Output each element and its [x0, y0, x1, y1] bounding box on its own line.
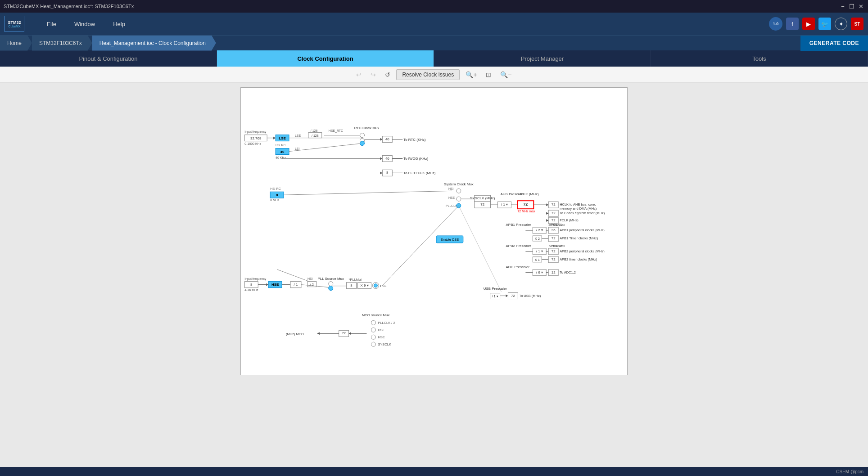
- toolbar: ↩ ↪ ↺ Resolve Clock Issues 🔍+ ⊡ 🔍−: [0, 67, 868, 83]
- network-icon[interactable]: ✦: [835, 18, 847, 30]
- undo-button[interactable]: ↩: [353, 69, 365, 80]
- zoom-out-button[interactable]: 🔍−: [497, 69, 515, 80]
- apb1-peri-label: APB1 peripheral clocks (MHz): [560, 228, 605, 232]
- apb1-timer-value: 72: [552, 236, 556, 240]
- apb1-timer-label: APB1 Timer clocks (MHz): [560, 236, 598, 240]
- adc-select-value: / 6 ▾: [536, 270, 543, 274]
- apb1-max-label: 36 MHz max: [548, 223, 565, 226]
- zoom-fit-button[interactable]: ⊡: [483, 69, 494, 80]
- enable-css-label: Enable CSS: [441, 238, 459, 242]
- usb-out-value: 72: [511, 294, 515, 298]
- title-bar: STM32CubeMX Heat_Management.ioc*: STM32F…: [0, 0, 868, 13]
- pll-x9-value: X 9 ▾: [360, 283, 368, 287]
- mco-unit-label: (MHz) MCO: [286, 332, 304, 336]
- youtube-icon[interactable]: ▶: [802, 18, 815, 30]
- hse-rtc-label: HSE_RTC: [329, 129, 343, 133]
- version-badge: 1.0: [769, 17, 782, 31]
- input-freq-hse-label: Input frequency: [244, 277, 267, 281]
- twitter-icon[interactable]: 🐦: [818, 18, 831, 30]
- lse-mux-text: LSE: [295, 134, 301, 137]
- hclk-ahb-label: HCLK to AHB bus, core,: [560, 202, 596, 207]
- tab-clock[interactable]: Clock Configuration: [217, 50, 434, 67]
- rtc-mux-circle-top[interactable]: [360, 133, 365, 138]
- hsi-sysclk-text: HSI: [448, 187, 454, 190]
- zoom-in-button[interactable]: 🔍+: [462, 69, 480, 80]
- logo-st: STM32: [8, 20, 21, 25]
- generate-code-button[interactable]: GENERATE CODE: [800, 36, 868, 51]
- social-icons: 1.0 f ▶ 🐦 ✦ ST: [769, 17, 863, 31]
- apb1-peri-value: 36: [552, 228, 556, 232]
- mco-mux-pllclk[interactable]: [371, 320, 375, 325]
- lsi-mux-line: [289, 144, 362, 152]
- menu-file[interactable]: File: [42, 19, 61, 29]
- hclk-max-label: 72 MHz max: [517, 210, 535, 213]
- restore-button[interactable]: ❐: [848, 3, 855, 10]
- mco-mux-sysclk[interactable]: [371, 342, 375, 346]
- apb1-select-value: / 2 ▾: [536, 228, 543, 232]
- rtc-mux-label: RTC Clock Mux: [354, 126, 380, 130]
- redo-button[interactable]: ↪: [367, 69, 379, 80]
- flitf-label: To FLITFCLK (MHz): [403, 171, 436, 175]
- hse-input-arrow: [266, 283, 268, 286]
- logo-cube: CubeMX: [8, 25, 20, 28]
- mco-pllclk-label: PLLCLK / 2: [378, 321, 395, 325]
- breadcrumb-home[interactable]: Home: [0, 36, 32, 51]
- cortex-out-value: 72: [552, 211, 556, 215]
- hse-range-label: 4-16 MHz: [244, 288, 258, 292]
- status-text: CSEM @pcm: [836, 469, 863, 474]
- tab-tools[interactable]: Tools: [651, 50, 868, 67]
- hse-div-value: / 1: [294, 283, 298, 287]
- tab-pinout[interactable]: Pinout & Configuration: [0, 50, 217, 67]
- usb-div-value: / 1 ▾: [492, 294, 498, 298]
- hse-label: HSE: [271, 283, 279, 287]
- apb2-max-label: 72 MHz max: [548, 244, 565, 247]
- rtc-mux-circle-lse[interactable]: [360, 141, 365, 146]
- sysclk-mux-hse[interactable]: [457, 197, 461, 201]
- div128-value: / 128: [312, 134, 319, 137]
- lsi-mux-text: LSI: [295, 147, 300, 150]
- apb2-timer-value: 72: [552, 257, 556, 261]
- hsi-pll-line: [277, 269, 313, 283]
- lsi-value: 40: [280, 150, 285, 154]
- pll-mux-hsi[interactable]: [329, 282, 333, 286]
- mco-to-pin-arrow: [317, 332, 320, 335]
- lse-input-arrow: [273, 137, 276, 139]
- refresh-button[interactable]: ↺: [382, 69, 393, 80]
- fclk-label: FCLK (MHz): [560, 218, 579, 222]
- mco-mux-hsi[interactable]: [371, 328, 375, 332]
- mco-hsi-label: HSI: [378, 328, 383, 332]
- mco-source-label: MCO source Mux: [362, 313, 389, 317]
- breadcrumb-bar: Home STM32F103C6Tx Heat_Management.ioc -…: [0, 35, 868, 50]
- tab-project[interactable]: Project Manager: [434, 50, 651, 67]
- pll-source-label: PLL Source Mux: [317, 277, 344, 281]
- apb2-x1-value: X 1: [535, 258, 540, 262]
- tab-bar: Pinout & Configuration Clock Configurati…: [0, 50, 868, 67]
- fclk-arrow: [546, 219, 548, 222]
- title-bar-controls: − ❐ ✕: [839, 3, 864, 10]
- apb1-x2-value: X 2: [535, 237, 540, 241]
- facebook-icon[interactable]: f: [786, 18, 799, 30]
- hsi-pll-text: HSI: [307, 277, 313, 280]
- hclk-ahb-arrow: [546, 203, 548, 206]
- sysclk-mux-label: System Clock Mux: [444, 182, 474, 186]
- iwdg-out-value: 40: [385, 157, 389, 161]
- status-bar: CSEM @pcm: [0, 467, 868, 476]
- apb2-prescaler-label: APB2 Prescaler: [506, 244, 532, 248]
- mco-mux-hse[interactable]: [371, 335, 375, 339]
- usb-out-arrow: [506, 295, 508, 297]
- minimize-button[interactable]: −: [839, 3, 846, 10]
- iwdg-arrow: [380, 157, 382, 160]
- pll-mux-hse[interactable]: [329, 286, 333, 291]
- resolve-clock-button[interactable]: Resolve Clock Issues: [396, 69, 460, 80]
- breadcrumb-file[interactable]: Heat_Management.ioc - Clock Configuratio…: [92, 36, 216, 51]
- menu-window[interactable]: Window: [70, 19, 99, 29]
- st-icon[interactable]: ST: [851, 18, 863, 30]
- menu-help[interactable]: Help: [108, 19, 130, 29]
- hse-input-value: 8: [250, 283, 253, 287]
- logo-box: STM32 CubeMX: [5, 16, 24, 32]
- sysclk-mux-hsi[interactable]: [457, 189, 461, 193]
- breadcrumb-chip[interactable]: STM32F103C6Tx: [32, 36, 92, 51]
- menu-bar: STM32 CubeMX File Window Help 1.0 f ▶ 🐦 …: [0, 13, 868, 35]
- hclk-ahb-label2: memory and DMA (MHz): [560, 207, 597, 211]
- close-button[interactable]: ✕: [857, 3, 864, 10]
